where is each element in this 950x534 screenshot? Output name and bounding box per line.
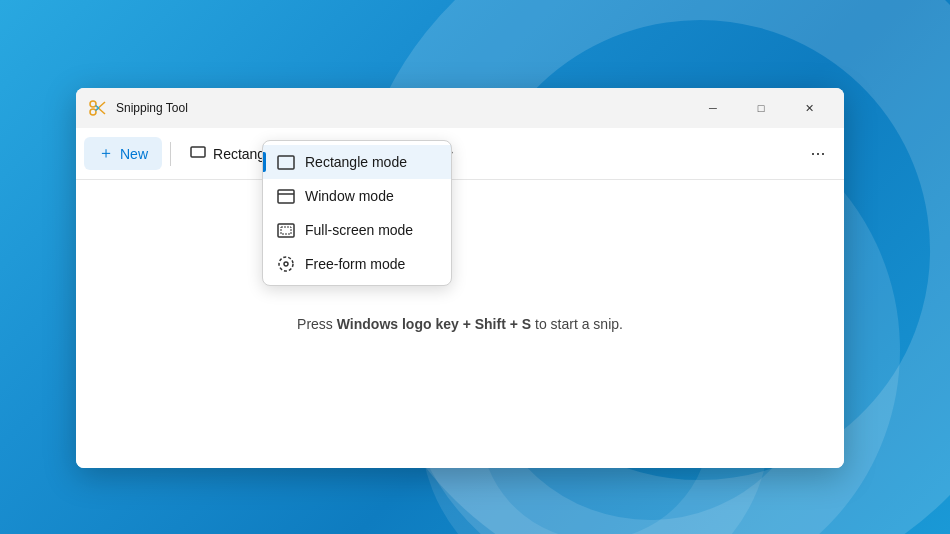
- mode-dropdown-menu: Rectangle mode Window mode Full-screen m…: [262, 140, 452, 286]
- menu-item-window-label: Window mode: [305, 188, 394, 204]
- new-button[interactable]: ＋ New: [84, 137, 162, 170]
- maximize-button[interactable]: □: [738, 93, 784, 123]
- freeform-mode-menu-icon: [277, 255, 295, 273]
- svg-rect-11: [278, 190, 294, 203]
- app-window: Snipping Tool ─ □ ✕ ＋ New Rectangle mode…: [76, 88, 844, 468]
- window-mode-menu-icon: [277, 187, 295, 205]
- more-options-button[interactable]: ···: [800, 136, 836, 172]
- plus-icon: ＋: [98, 143, 114, 164]
- app-icon: [88, 98, 108, 118]
- menu-item-window[interactable]: Window mode: [263, 179, 451, 213]
- rectangle-mode-menu-icon: [277, 153, 295, 171]
- window-title: Snipping Tool: [116, 101, 690, 115]
- svg-line-5: [96, 106, 100, 109]
- menu-item-freeform[interactable]: Free-form mode: [263, 247, 451, 281]
- menu-item-rectangle-label: Rectangle mode: [305, 154, 407, 170]
- toolbar-divider-1: [170, 142, 171, 166]
- menu-item-freeform-label: Free-form mode: [305, 256, 405, 272]
- menu-item-fullscreen-label: Full-screen mode: [305, 222, 413, 238]
- menu-item-rectangle[interactable]: Rectangle mode: [263, 145, 451, 179]
- rectangle-mode-icon: [189, 143, 207, 164]
- svg-rect-10: [278, 156, 294, 169]
- window-controls: ─ □ ✕: [690, 93, 832, 123]
- main-content: Press Windows logo key + Shift + S to st…: [76, 180, 844, 468]
- hint-text: Press Windows logo key + Shift + S to st…: [297, 316, 623, 332]
- svg-rect-14: [278, 224, 294, 237]
- selected-indicator: [263, 152, 266, 172]
- svg-rect-6: [191, 147, 205, 157]
- new-label: New: [120, 146, 148, 162]
- close-button[interactable]: ✕: [786, 93, 832, 123]
- svg-point-16: [279, 257, 293, 271]
- svg-rect-15: [281, 227, 291, 234]
- svg-point-17: [284, 262, 288, 266]
- toolbar: ＋ New Rectangle mode ▾ No delay: [76, 128, 844, 180]
- menu-item-fullscreen[interactable]: Full-screen mode: [263, 213, 451, 247]
- fullscreen-mode-menu-icon: [277, 221, 295, 239]
- more-options-icon: ···: [810, 143, 825, 164]
- shortcut-text: Windows logo key + Shift + S: [337, 316, 531, 332]
- title-bar: Snipping Tool ─ □ ✕: [76, 88, 844, 128]
- minimize-button[interactable]: ─: [690, 93, 736, 123]
